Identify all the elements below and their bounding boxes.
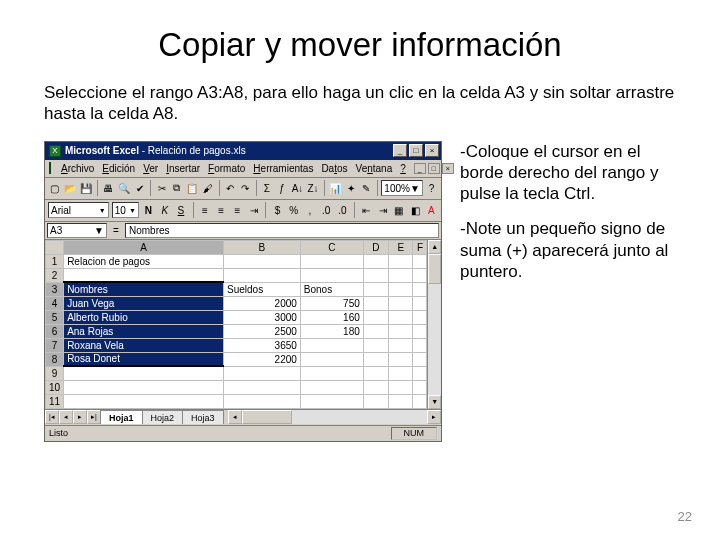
row-header[interactable]: 11: [46, 394, 64, 408]
cell[interactable]: [363, 394, 388, 408]
format-painter-icon[interactable]: 🖌: [201, 179, 214, 197]
cell[interactable]: [413, 338, 427, 352]
select-all-corner[interactable]: [46, 240, 64, 254]
cell[interactable]: Juan Vega: [64, 296, 224, 310]
fill-color-icon[interactable]: ◧: [408, 201, 421, 219]
copy-icon[interactable]: ⧉: [170, 179, 183, 197]
drawing-icon[interactable]: ✎: [359, 179, 372, 197]
sort-asc-icon[interactable]: A↓: [291, 179, 305, 197]
align-left-icon[interactable]: ≡: [198, 201, 211, 219]
cell[interactable]: [413, 268, 427, 282]
cell[interactable]: [389, 310, 413, 324]
cell[interactable]: Nombres: [64, 282, 224, 296]
cell[interactable]: 160: [300, 310, 363, 324]
zoom-combo[interactable]: 100% ▼: [381, 180, 422, 196]
cell[interactable]: [389, 324, 413, 338]
cell[interactable]: [363, 380, 388, 394]
menu-formato[interactable]: Formato: [208, 163, 245, 174]
cell[interactable]: [224, 380, 301, 394]
cell[interactable]: [413, 324, 427, 338]
hscroll-thumb[interactable]: [242, 410, 292, 424]
menu-herramientas[interactable]: Herramientas: [253, 163, 313, 174]
tab-next-icon[interactable]: ▸: [73, 410, 87, 424]
tab-last-icon[interactable]: ▸|: [87, 410, 101, 424]
equals-icon[interactable]: =: [109, 225, 123, 236]
cell[interactable]: [413, 296, 427, 310]
save-icon[interactable]: 💾: [79, 179, 93, 197]
menu-datos[interactable]: Datos: [321, 163, 347, 174]
cell[interactable]: [363, 296, 388, 310]
help-icon[interactable]: ?: [425, 179, 438, 197]
function-icon[interactable]: ƒ: [276, 179, 289, 197]
cell[interactable]: 180: [300, 324, 363, 338]
currency-icon[interactable]: $: [271, 201, 284, 219]
row-header[interactable]: 6: [46, 324, 64, 338]
increase-decimal-icon[interactable]: .0: [320, 201, 333, 219]
undo-icon[interactable]: ↶: [223, 179, 236, 197]
cell[interactable]: [224, 366, 301, 380]
cell[interactable]: [413, 310, 427, 324]
cell[interactable]: Bonos: [300, 282, 363, 296]
cell[interactable]: [300, 338, 363, 352]
scroll-down-icon[interactable]: ▼: [428, 395, 441, 409]
preview-icon[interactable]: 🔍: [117, 179, 131, 197]
table-row[interactable]: 2: [46, 268, 427, 282]
cell[interactable]: [389, 296, 413, 310]
row-header[interactable]: 1: [46, 254, 64, 268]
cell[interactable]: [300, 254, 363, 268]
decrease-decimal-icon[interactable]: .0: [336, 201, 349, 219]
cell[interactable]: [64, 366, 224, 380]
cell[interactable]: [413, 254, 427, 268]
sheet-tab-1[interactable]: Hoja1: [100, 410, 143, 424]
paste-icon[interactable]: 📋: [185, 179, 199, 197]
cell[interactable]: 2500: [224, 324, 301, 338]
table-row[interactable]: 9: [46, 366, 427, 380]
merge-icon[interactable]: ⇥: [247, 201, 260, 219]
row-header[interactable]: 4: [46, 296, 64, 310]
row-header[interactable]: 10: [46, 380, 64, 394]
cell[interactable]: Ana Rojas: [64, 324, 224, 338]
cell[interactable]: [300, 366, 363, 380]
cell[interactable]: [413, 352, 427, 366]
menu-ver[interactable]: Ver: [143, 163, 158, 174]
row-header[interactable]: 3: [46, 282, 64, 296]
menu-edicion[interactable]: Edición: [102, 163, 135, 174]
mdi-restore[interactable]: □: [428, 163, 440, 174]
formula-input[interactable]: Nombres: [125, 223, 439, 238]
cell[interactable]: [363, 282, 388, 296]
indent-decrease-icon[interactable]: ⇤: [360, 201, 373, 219]
cell[interactable]: [363, 310, 388, 324]
cell[interactable]: 3000: [224, 310, 301, 324]
font-color-icon[interactable]: A: [425, 201, 438, 219]
fontsize-combo[interactable]: 10▼: [112, 202, 139, 218]
table-row[interactable]: 1Relacion de pagos: [46, 254, 427, 268]
table-row[interactable]: 5Alberto Rubio3000160: [46, 310, 427, 324]
col-header-d[interactable]: D: [363, 240, 388, 254]
table-row[interactable]: 10: [46, 380, 427, 394]
borders-icon[interactable]: ▦: [392, 201, 405, 219]
mdi-close[interactable]: ×: [442, 163, 454, 174]
cell[interactable]: [363, 366, 388, 380]
cell[interactable]: [224, 268, 301, 282]
cell[interactable]: 2200: [224, 352, 301, 366]
align-right-icon[interactable]: ≡: [231, 201, 244, 219]
tab-prev-icon[interactable]: ◂: [59, 410, 73, 424]
cell[interactable]: [389, 282, 413, 296]
open-icon[interactable]: 📂: [63, 179, 77, 197]
align-center-icon[interactable]: ≡: [215, 201, 228, 219]
cell[interactable]: [300, 380, 363, 394]
cell[interactable]: [389, 268, 413, 282]
scroll-thumb[interactable]: [428, 254, 441, 284]
spreadsheet-grid[interactable]: A B C D E F 1Relacion de pagos23NombresS…: [45, 240, 427, 409]
italic-icon[interactable]: K: [158, 201, 171, 219]
minimize-button[interactable]: _: [393, 144, 407, 157]
table-row[interactable]: 3NombresSueldosBonos: [46, 282, 427, 296]
cell[interactable]: Rosa Donet: [64, 352, 224, 366]
cell[interactable]: Sueldos: [224, 282, 301, 296]
spell-icon[interactable]: ✔: [133, 179, 146, 197]
sheet-tab-2[interactable]: Hoja2: [142, 410, 184, 424]
underline-icon[interactable]: S: [174, 201, 187, 219]
col-header-b[interactable]: B: [224, 240, 301, 254]
cell[interactable]: [363, 254, 388, 268]
cell[interactable]: [300, 394, 363, 408]
